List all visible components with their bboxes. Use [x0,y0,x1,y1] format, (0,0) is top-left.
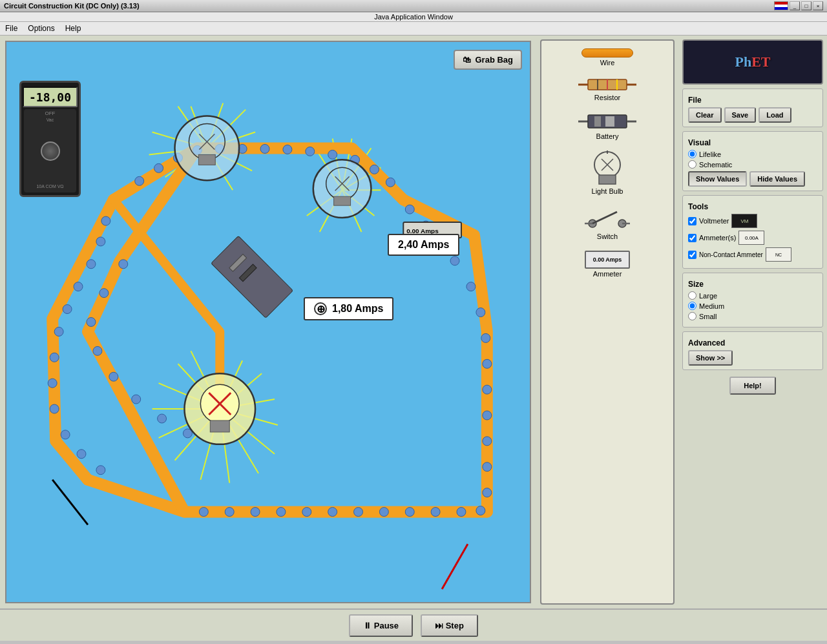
svg-point-74 [61,430,70,439]
ammeter-label: Ammeter [593,270,622,278]
minimize-button[interactable]: _ [790,1,800,10]
size-large[interactable]: Large [688,291,817,300]
svg-rect-115 [594,116,601,127]
svg-point-76 [48,379,57,388]
svg-point-78 [54,327,63,336]
svg-point-83 [101,216,110,225]
help-button[interactable]: Help! [729,377,776,395]
component-switch[interactable]: Switch [547,203,668,243]
component-wire[interactable]: Wire [547,46,668,69]
visual-lifelike[interactable]: Lifelike [688,150,817,158]
ammeter-readout-1: ⊕ 1,80 Amps [304,297,393,320]
window-controls[interactable]: _ □ × [774,1,823,10]
component-ammeter[interactable]: 0.00 Amps Ammeter [547,248,668,280]
svg-point-61 [457,508,466,517]
visual-header: Visual [688,138,817,147]
battery-visual [578,112,636,131]
tool-voltmeter: Voltmeter VM [688,214,817,228]
svg-point-88 [109,372,118,381]
svg-point-84 [119,260,128,269]
component-panel: Wire Resistor [540,39,675,605]
step-button[interactable]: ⏭ Step [421,614,478,637]
svg-point-59 [483,488,492,497]
step-icon: ⏭ [435,621,446,630]
svg-point-55 [483,385,492,394]
svg-point-65 [354,508,363,517]
tool-ammeters: Ammeter(s) 0.00A [688,231,817,245]
menu-help[interactable]: Help [65,24,81,33]
size-header: Size [688,280,817,289]
clear-button[interactable]: Clear [688,107,722,123]
tool-non-contact: Non-Contact Ammeter NC [688,247,817,262]
svg-point-43 [328,150,337,159]
svg-point-85 [99,289,109,298]
tools-header: Tools [688,202,817,211]
svg-point-56 [483,411,492,420]
hide-values-button[interactable]: Hide Values [749,171,805,187]
component-battery[interactable]: Battery [547,109,668,143]
save-button[interactable]: Save [724,107,757,123]
svg-point-40 [260,144,269,153]
battery-label: Battery [596,132,619,140]
title-bar: Circuit Construction Kit (DC Only) (3.13… [0,0,827,12]
non-contact-thumbnail: NC [766,247,791,262]
advanced-header: Advanced [688,338,817,348]
svg-point-63 [405,508,414,517]
svg-point-90 [158,414,167,423]
pause-button[interactable]: ⏸ Pause [349,614,413,637]
size-small[interactable]: Small [688,312,817,320]
wire-label: Wire [600,59,615,67]
circuit-canvas[interactable]: 0.00 Amps [6,42,530,602]
battery-element[interactable] [211,236,293,318]
svg-point-53 [481,333,490,342]
svg-point-68 [277,508,286,517]
maximize-button[interactable]: □ [801,1,811,10]
svg-point-87 [93,346,102,355]
svg-point-58 [483,462,492,472]
ammeter-readout-2: 2,40 Amps [388,234,459,256]
close-button[interactable]: × [813,1,823,10]
pause-icon: ⏸ [363,621,374,630]
advanced-section: Advanced Show >> [682,331,823,370]
svg-point-77 [50,353,59,362]
svg-point-51 [466,282,476,291]
component-light-bulb[interactable]: Light Bulb [547,148,668,198]
svg-point-47 [405,205,414,214]
size-radio-group: Large Medium Small [688,291,817,320]
svg-point-57 [483,437,492,446]
svg-point-52 [476,308,485,317]
menu-bar: File Options Help [0,22,827,36]
svg-line-125 [592,212,617,223]
visual-schematic[interactable]: Schematic [688,160,817,169]
svg-point-72 [96,466,105,475]
non-contact-checkbox[interactable] [688,251,696,259]
bulb-top-right[interactable] [313,160,372,218]
show-values-button[interactable]: Show Values [688,171,747,187]
bulb-top-left[interactable] [175,116,240,181]
advanced-show-button[interactable]: Show >> [688,350,733,366]
canvas-area[interactable]: 🛍 Grab Bag [5,41,531,603]
ammeter-value-2: 2,40 Amps [398,239,449,251]
svg-point-41 [283,145,292,154]
load-button[interactable]: Load [759,107,791,123]
svg-point-60 [476,506,485,515]
svg-point-67 [302,508,311,517]
voltmeter-checkbox[interactable] [688,217,696,225]
ammeters-checkbox[interactable] [688,234,696,242]
svg-point-50 [450,256,459,265]
voltmeter-knob[interactable] [41,141,60,161]
control-panel: PhET File Clear Save Load Visual Lifelik… [678,36,827,608]
menu-file[interactable]: File [5,24,17,33]
size-medium[interactable]: Medium [688,302,817,310]
bulb-label: Light Bulb [592,187,623,195]
voltmeter-body: OFF Vac 10A COM VΩ [24,109,76,192]
ammeter-symbol: ⊕ [314,302,327,315]
voltmeter-display: -18,00 [23,87,78,107]
svg-point-82 [96,237,105,246]
menu-options[interactable]: Options [28,24,54,33]
component-resistor[interactable]: Resistor [547,74,668,104]
resistor-visual [578,77,636,92]
voltmeter-thumbnail: VM [731,214,757,228]
tools-section: Tools Voltmeter VM Ammeter(s) 0.00A Non-… [682,195,823,269]
svg-point-54 [483,359,492,368]
